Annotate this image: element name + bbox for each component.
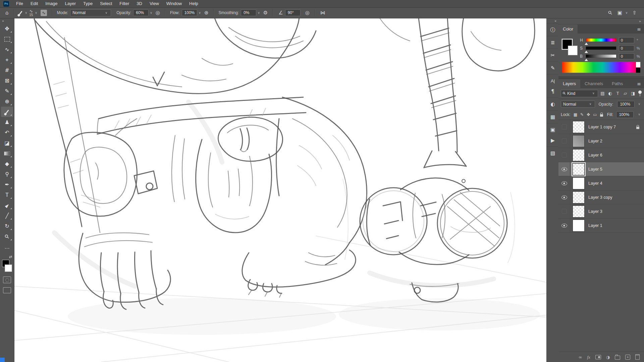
menu-layer[interactable]: Layer: [61, 0, 80, 7]
menu-view[interactable]: View: [146, 0, 163, 7]
layer-thumbnail[interactable]: [573, 135, 585, 147]
layer-thumbnail[interactable]: [573, 205, 585, 218]
menu-window[interactable]: Window: [163, 0, 185, 7]
layer-row[interactable]: Layer 4: [558, 176, 644, 190]
layer-thumbnail[interactable]: [573, 191, 585, 203]
workspace-switcher-icon[interactable]: ▣: [618, 10, 622, 15]
visibility-cell[interactable]: [558, 190, 570, 204]
brush-preset-picker[interactable]: ∿ 15: [29, 9, 33, 17]
layer-style-fx-icon[interactable]: fx: [587, 355, 590, 359]
add-layer-mask-icon[interactable]: [595, 355, 601, 359]
blend-mode-dropdown[interactable]: Normal ∨: [70, 9, 111, 16]
filter-smart-object-icon[interactable]: ◨: [630, 91, 636, 96]
edit-toolbar-button[interactable]: …: [1, 242, 13, 252]
libraries-panel-icon[interactable]: ▧: [548, 148, 558, 159]
adjustments-panel-icon[interactable]: ◐: [548, 99, 558, 110]
dodge-tool[interactable]: ⚲: [1, 169, 13, 179]
layer-thumbnail[interactable]: [573, 149, 585, 161]
menu-image[interactable]: Image: [42, 0, 61, 7]
layer-thumbnail[interactable]: [573, 163, 585, 175]
visibility-cell[interactable]: [558, 148, 570, 162]
tool-presets-panel-icon[interactable]: ✂: [548, 50, 558, 61]
photoshop-logo[interactable]: Ps: [3, 1, 9, 7]
menu-filter[interactable]: Filter: [116, 0, 133, 7]
filter-pixel-layers-icon[interactable]: ▤: [600, 91, 606, 96]
paragraph-panel-icon[interactable]: ¶: [548, 86, 558, 97]
white-swatch[interactable]: [636, 62, 640, 67]
layer-row[interactable]: Layer 3: [558, 204, 644, 219]
layer-row[interactable]: Layer 1: [558, 219, 644, 233]
menu-file[interactable]: File: [12, 0, 27, 7]
visibility-cell[interactable]: [558, 219, 570, 232]
brush-settings-panel-icon[interactable]: ✎: [548, 63, 558, 73]
filter-type-layers-icon[interactable]: T: [615, 91, 621, 96]
brightness-value-field[interactable]: 0: [619, 53, 634, 59]
path-selection-tool[interactable]: ►: [1, 200, 13, 210]
layer-row[interactable]: Layer 2: [558, 134, 644, 148]
collapse-panel-column-icon[interactable]: »: [639, 19, 641, 23]
chevron-down-icon[interactable]: ∨: [626, 11, 628, 14]
lock-transparency-icon[interactable]: ▦: [574, 112, 577, 117]
color-spectrum-ramp[interactable]: [562, 62, 641, 73]
paint-symmetry-icon[interactable]: ⋈: [320, 10, 325, 15]
filter-shape-layers-icon[interactable]: ▱: [622, 91, 628, 96]
new-group-icon[interactable]: [615, 356, 620, 360]
chevron-down-icon[interactable]: ∨: [199, 11, 201, 14]
layer-blend-mode-dropdown[interactable]: Normal ∨: [561, 101, 595, 108]
saturation-value-field[interactable]: 0: [619, 45, 634, 51]
hue-slider-thumb[interactable]: [585, 41, 588, 45]
clone-stamp-tool[interactable]: ♟: [1, 117, 13, 127]
new-adjustment-layer-icon[interactable]: ◑: [606, 355, 610, 359]
document-canvas[interactable]: [14, 18, 546, 362]
frame-tool[interactable]: ⊠: [1, 75, 13, 86]
zoom-tool[interactable]: ⚲: [1, 231, 13, 242]
pressure-opacity-icon[interactable]: ◎: [156, 10, 160, 15]
blur-tool[interactable]: ◆: [1, 159, 13, 169]
visibility-cell[interactable]: [558, 120, 570, 134]
pen-tool[interactable]: ✒: [1, 179, 13, 190]
opacity-field[interactable]: 60%: [133, 9, 149, 16]
clone-source-panel-icon[interactable]: ▣: [548, 124, 558, 135]
layers-panel-menu-icon[interactable]: ≡: [637, 81, 641, 86]
background-color-swatch[interactable]: [5, 264, 12, 272]
rotate-view-tool[interactable]: ↻: [1, 221, 13, 231]
share-icon[interactable]: ⇧: [632, 10, 637, 15]
home-icon[interactable]: ⌂: [5, 10, 9, 15]
flow-field[interactable]: 100%: [182, 9, 198, 16]
spot-healing-brush-tool[interactable]: ⊕: [1, 96, 13, 107]
type-tool[interactable]: T: [1, 190, 13, 200]
tab-paths[interactable]: Paths: [607, 79, 627, 88]
tab-layers[interactable]: Layers: [558, 79, 580, 88]
quick-mask-button[interactable]: [3, 277, 11, 283]
layer-thumbnail[interactable]: [573, 220, 585, 232]
lock-paint-icon[interactable]: ✎: [580, 112, 584, 117]
lasso-tool[interactable]: ∿: [1, 44, 13, 55]
character-panel-icon[interactable]: A|: [548, 75, 558, 86]
background-color-swatch[interactable]: [568, 46, 578, 55]
visibility-cell[interactable]: [558, 176, 570, 190]
gradient-tool[interactable]: [1, 148, 13, 159]
layer-fill-field[interactable]: 100%: [616, 111, 634, 118]
brightness-slider-thumb[interactable]: [585, 57, 588, 61]
line-tool[interactable]: ╱: [1, 210, 13, 221]
menu-select[interactable]: Select: [96, 0, 116, 7]
lock-position-icon[interactable]: ✥: [587, 112, 590, 117]
saturation-slider[interactable]: [586, 46, 616, 50]
object-selection-tool[interactable]: ⌖: [1, 55, 13, 65]
brush-angle-field[interactable]: 90°: [285, 9, 301, 16]
smoothing-field[interactable]: 0%: [241, 9, 256, 16]
screen-mode-button[interactable]: [3, 287, 11, 293]
hue-slider[interactable]: [586, 38, 616, 42]
pressure-size-icon[interactable]: ◎: [305, 10, 310, 15]
crop-tool[interactable]: #: [1, 65, 13, 75]
tab-channels[interactable]: Channels: [580, 79, 607, 88]
new-layer-icon[interactable]: [625, 355, 630, 360]
properties-panel-icon[interactable]: ≣: [548, 37, 558, 48]
chevron-down-icon[interactable]: ∨: [150, 11, 152, 14]
rectangular-marquee-tool[interactable]: [1, 34, 13, 44]
menu-type[interactable]: Type: [79, 0, 96, 7]
layer-thumbnail[interactable]: [573, 177, 585, 189]
saturation-slider-thumb[interactable]: [585, 49, 588, 53]
visibility-cell[interactable]: [558, 162, 570, 176]
menu-help[interactable]: Help: [185, 0, 202, 7]
